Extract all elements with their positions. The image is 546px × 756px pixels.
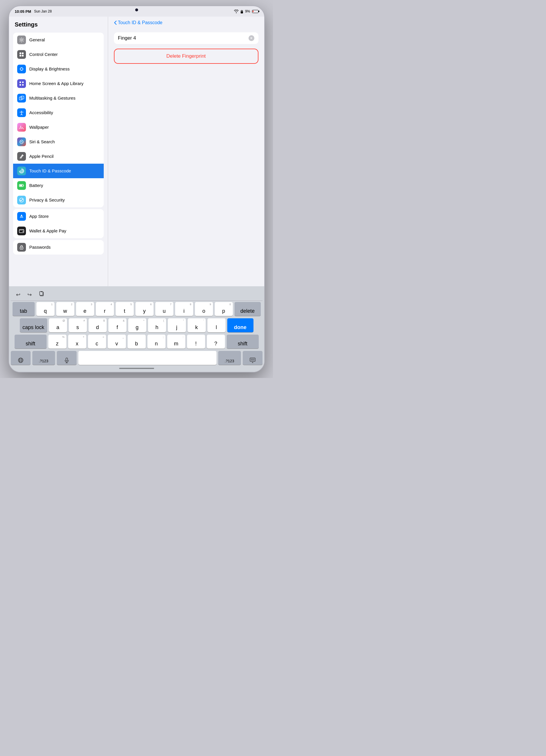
- appstore-icon: [17, 212, 26, 221]
- key-shift-right[interactable]: shift: [227, 335, 259, 349]
- key-p[interactable]: 0p: [215, 302, 233, 316]
- undo-button[interactable]: ↩: [15, 290, 22, 299]
- sidebar: Settings General: [9, 17, 108, 286]
- sidebar-item-touchid[interactable]: Touch ID & Passcode: [13, 164, 104, 178]
- svg-rect-43: [253, 360, 254, 361]
- key-d[interactable]: $d: [89, 318, 107, 332]
- sidebar-item-battery[interactable]: Battery: [13, 178, 104, 193]
- key-h[interactable]: (h: [148, 318, 166, 332]
- sidebar-section-3: Passwords: [13, 240, 104, 255]
- status-icons: 9%: [234, 9, 258, 13]
- sidebar-item-display[interactable]: Display & Brightness: [13, 62, 104, 76]
- key-r[interactable]: 4r: [96, 302, 114, 316]
- home-indicator-area: [11, 365, 262, 369]
- key-exclamation[interactable]: !: [187, 335, 205, 349]
- svg-point-23: [22, 231, 23, 232]
- paste-button[interactable]: [38, 290, 46, 299]
- sidebar-item-pencil[interactable]: Apple Pencil: [13, 149, 104, 164]
- key-j[interactable]: "j: [168, 318, 186, 332]
- sidebar-item-label: Accessibility: [29, 110, 53, 116]
- key-keyboard-dismiss[interactable]: [243, 351, 262, 365]
- wallpaper-icon: [17, 123, 26, 132]
- svg-point-25: [21, 248, 22, 249]
- key-a[interactable]: @a: [49, 318, 67, 332]
- fingerprint-name-input[interactable]: [118, 35, 248, 41]
- key-q[interactable]: 1q: [36, 302, 54, 316]
- key-m[interactable]: :m: [167, 335, 185, 349]
- key-c[interactable]: =c: [88, 335, 106, 349]
- right-header: Touch ID & Passcode: [108, 17, 264, 29]
- key-u[interactable]: 7u: [155, 302, 173, 316]
- clear-input-button[interactable]: ×: [248, 35, 254, 41]
- svg-rect-5: [22, 55, 24, 56]
- svg-rect-37: [250, 358, 255, 361]
- key-shift-left[interactable]: shift: [15, 335, 47, 349]
- svg-rect-39: [252, 359, 253, 359]
- right-content: × Delete Fingerprint: [108, 29, 264, 72]
- key-space[interactable]: [78, 351, 216, 365]
- key-num123-right[interactable]: .?123: [218, 351, 241, 365]
- key-y[interactable]: 6y: [135, 302, 153, 316]
- sidebar-item-accessibility[interactable]: Accessibility: [13, 105, 104, 120]
- key-n[interactable]: ;n: [147, 335, 165, 349]
- svg-point-14: [20, 126, 21, 127]
- key-tab[interactable]: tab: [13, 302, 35, 316]
- keyboard-row-4: .?123 .?123: [11, 351, 262, 365]
- sidebar-item-appstore[interactable]: App Store: [13, 209, 104, 224]
- keyboard: ↩ ↪ tab 1q 2w: [9, 286, 264, 372]
- sidebar-item-homescreen[interactable]: Home Screen & App Library: [13, 76, 104, 91]
- key-globe[interactable]: [11, 351, 31, 365]
- sidebar-item-label: App Store: [29, 213, 49, 219]
- key-microphone[interactable]: [57, 351, 77, 365]
- key-o[interactable]: 9o: [195, 302, 213, 316]
- battery-percent: 9%: [245, 9, 250, 13]
- sidebar-item-control-center[interactable]: Control Center: [13, 47, 104, 62]
- key-caps-lock[interactable]: caps lock: [20, 318, 47, 332]
- key-delete[interactable]: delete: [234, 302, 261, 316]
- key-w[interactable]: 2w: [56, 302, 74, 316]
- display-icon: [17, 65, 26, 73]
- keyboard-dismiss-icon: [249, 357, 256, 363]
- privacy-icon: [17, 196, 26, 204]
- key-x[interactable]: +x: [68, 335, 86, 349]
- key-t[interactable]: 5t: [116, 302, 134, 316]
- key-i[interactable]: 8i: [175, 302, 193, 316]
- sidebar-item-siri[interactable]: Siri & Search: [13, 135, 104, 149]
- key-s[interactable]: #s: [69, 318, 87, 332]
- sidebar-item-label: Passwords: [29, 244, 51, 250]
- battery-icon: [17, 181, 26, 190]
- sidebar-item-label: Control Center: [29, 52, 58, 57]
- sidebar-item-multitasking[interactable]: Multitasking & Gestures: [13, 91, 104, 105]
- back-button[interactable]: Touch ID & Passcode: [114, 20, 162, 25]
- sidebar-item-wallet[interactable]: Wallet & Apple Pay: [13, 224, 104, 238]
- back-label: Touch ID & Passcode: [118, 20, 162, 25]
- redo-icon: ↪: [27, 292, 32, 298]
- delete-fingerprint-button[interactable]: Delete Fingerprint: [114, 49, 258, 64]
- accessibility-icon: [17, 108, 26, 117]
- key-f[interactable]: &f: [108, 318, 126, 332]
- battery-indicator: [252, 10, 258, 13]
- key-v[interactable]: _v: [108, 335, 126, 349]
- key-done[interactable]: done: [227, 318, 253, 332]
- main-content: Settings General: [9, 17, 264, 372]
- status-bar: 10:05 PM Sun Jan 28 9%: [9, 6, 264, 17]
- key-num123-left[interactable]: .?123: [32, 351, 55, 365]
- svg-rect-10: [22, 84, 24, 86]
- sidebar-item-privacy[interactable]: Privacy & Security: [13, 193, 104, 207]
- key-l[interactable]: l: [207, 318, 225, 332]
- sidebar-item-general[interactable]: General: [13, 33, 104, 47]
- key-e[interactable]: 3e: [76, 302, 94, 316]
- redo-button[interactable]: ↪: [26, 290, 33, 299]
- key-question[interactable]: ?: [207, 335, 225, 349]
- key-k[interactable]: 'k: [188, 318, 206, 332]
- sidebar-item-label: Touch ID & Passcode: [29, 168, 71, 174]
- mic-icon: [64, 357, 70, 363]
- sidebar-item-wallpaper[interactable]: Wallpaper: [13, 120, 104, 135]
- key-g[interactable]: *g: [128, 318, 146, 332]
- multitasking-icon: [17, 94, 26, 103]
- key-z[interactable]: %z: [48, 335, 66, 349]
- key-b[interactable]: b: [128, 335, 146, 349]
- svg-rect-40: [253, 359, 254, 359]
- sidebar-item-label: Siri & Search: [29, 139, 55, 145]
- sidebar-item-passwords[interactable]: Passwords: [13, 240, 104, 255]
